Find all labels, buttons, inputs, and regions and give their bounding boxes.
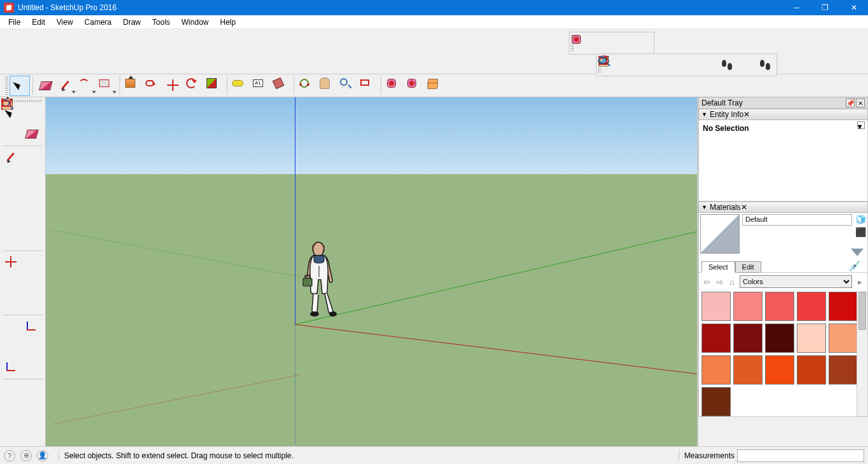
- pie-tool[interactable]: [22, 229, 42, 249]
- arc-tool[interactable]: [76, 76, 97, 96]
- scale-figure[interactable]: [297, 242, 341, 324]
- arc2-tool[interactable]: [22, 208, 42, 229]
- paint-bucket[interactable]: [1, 124, 22, 144]
- create-material-icon[interactable]: 🧊: [855, 214, 865, 224]
- color-swatch[interactable]: [733, 324, 763, 353]
- home-icon[interactable]: ⌂: [727, 277, 737, 287]
- color-swatch[interactable]: [765, 324, 794, 353]
- pan-tool[interactable]: [22, 381, 42, 401]
- scrollbar-thumb[interactable]: [858, 292, 866, 330]
- zoom-tool[interactable]: [337, 76, 358, 96]
- rotated-rect-tool[interactable]: [22, 168, 42, 188]
- color-swatch[interactable]: [797, 324, 826, 353]
- move-tool[interactable]: [163, 76, 184, 96]
- detail-toggle-icon[interactable]: ▾: [857, 121, 865, 129]
- zoom-extents-tool[interactable]: [22, 401, 42, 421]
- scale-tool[interactable]: [1, 293, 22, 313]
- dimension-tool[interactable]: [22, 317, 42, 337]
- menu-tools[interactable]: Tools: [147, 16, 176, 29]
- zoom-tool[interactable]: [1, 401, 22, 421]
- walk-icon[interactable]: [756, 55, 775, 74]
- minimize-button[interactable]: ─: [782, 0, 811, 15]
- menu-edit[interactable]: Edit: [26, 16, 51, 29]
- move-tool[interactable]: [1, 252, 22, 273]
- nav-back-icon[interactable]: ⇦: [702, 277, 712, 287]
- rotate-tool[interactable]: [1, 273, 22, 293]
- color-swatch[interactable]: [797, 292, 826, 321]
- color-swatch[interactable]: [702, 292, 731, 321]
- eyedropper-icon[interactable]: 💉: [847, 260, 862, 272]
- material-name-input[interactable]: Default: [742, 214, 852, 226]
- menu-draw[interactable]: Draw: [118, 16, 147, 29]
- color-swatch[interactable]: [765, 292, 794, 321]
- text-tool[interactable]: [22, 337, 42, 357]
- arc-tool[interactable]: [1, 208, 22, 229]
- rectangle-tool[interactable]: [1, 168, 22, 188]
- measurements-input[interactable]: [737, 449, 864, 462]
- tray-header[interactable]: Default Tray 📌 ✕: [698, 97, 868, 109]
- zoom-window-icon[interactable]: [661, 55, 680, 74]
- color-swatch[interactable]: [829, 292, 858, 321]
- collection-dropdown[interactable]: Colors: [740, 275, 852, 288]
- viewport[interactable]: [46, 97, 698, 446]
- toolbar-grip[interactable]: [5, 77, 8, 95]
- color-swatch[interactable]: [829, 324, 858, 353]
- tape-tool[interactable]: [230, 76, 250, 96]
- color-swatch[interactable]: [829, 355, 858, 385]
- help-icon[interactable]: ?: [4, 450, 15, 461]
- pushpull-tool[interactable]: [123, 76, 143, 96]
- color-swatch[interactable]: [733, 292, 763, 321]
- 3dtext-tool[interactable]: [22, 357, 42, 378]
- rectangle-tool[interactable]: [97, 76, 117, 96]
- pan-tool[interactable]: [317, 76, 337, 96]
- line-tool[interactable]: [1, 147, 22, 168]
- material-dropdown-icon[interactable]: [851, 249, 864, 256]
- set-default-icon[interactable]: ⬛: [855, 227, 865, 237]
- pan-icon[interactable]: [623, 55, 642, 74]
- circle-tool[interactable]: [1, 188, 22, 208]
- color-swatch[interactable]: [733, 355, 763, 385]
- material-preview[interactable]: [700, 214, 740, 254]
- pushpull-tool[interactable]: [22, 252, 42, 273]
- scrollbar[interactable]: [857, 290, 867, 416]
- protractor-tool[interactable]: [1, 337, 22, 357]
- look-around-icon[interactable]: [737, 55, 756, 74]
- menu-window[interactable]: Window: [176, 16, 215, 29]
- warehouse-2[interactable]: [404, 76, 424, 96]
- orbit-tool[interactable]: [297, 76, 317, 96]
- warehouse-1[interactable]: [384, 76, 404, 96]
- axes-tool[interactable]: [1, 357, 22, 378]
- color-swatch[interactable]: [702, 387, 731, 416]
- menu-view[interactable]: View: [51, 16, 79, 29]
- color-swatch[interactable]: [702, 355, 731, 385]
- polygon-tool[interactable]: [22, 188, 42, 208]
- previous-view-icon[interactable]: [699, 55, 718, 74]
- select-tool[interactable]: [10, 76, 30, 96]
- tab-select[interactable]: Select: [702, 261, 735, 273]
- layers-tool[interactable]: [424, 76, 445, 96]
- geo-icon[interactable]: ⊕: [20, 450, 32, 461]
- rotate-tool[interactable]: [184, 76, 204, 96]
- warehouse-ext-icon[interactable]: [634, 34, 653, 53]
- close-icon[interactable]: ✕: [856, 99, 865, 107]
- arc3-tool[interactable]: [1, 229, 22, 249]
- scale-tool[interactable]: [204, 76, 224, 96]
- line-tool[interactable]: [56, 76, 76, 96]
- zoom-extents-tool[interactable]: [358, 76, 378, 96]
- zoom-icon[interactable]: [642, 55, 661, 74]
- close-button[interactable]: ✕: [839, 0, 868, 15]
- eraser-tool[interactable]: [36, 76, 56, 96]
- warehouse-get-icon[interactable]: [595, 34, 614, 53]
- close-icon[interactable]: ✕: [743, 110, 750, 119]
- close-icon[interactable]: ✕: [741, 203, 747, 212]
- offset-tool[interactable]: [22, 293, 42, 313]
- entity-info-header[interactable]: ▼ Entity Info ✕: [698, 109, 868, 120]
- menu-help[interactable]: Help: [214, 16, 241, 29]
- eraser-tool[interactable]: [22, 124, 42, 144]
- maximize-button[interactable]: ❐: [811, 0, 839, 15]
- nav-fwd-icon[interactable]: ⇨: [714, 277, 724, 287]
- color-swatch[interactable]: [765, 355, 794, 385]
- followme-tool[interactable]: [22, 273, 42, 293]
- tape-tool[interactable]: [1, 317, 22, 337]
- menu-file[interactable]: File: [3, 16, 26, 29]
